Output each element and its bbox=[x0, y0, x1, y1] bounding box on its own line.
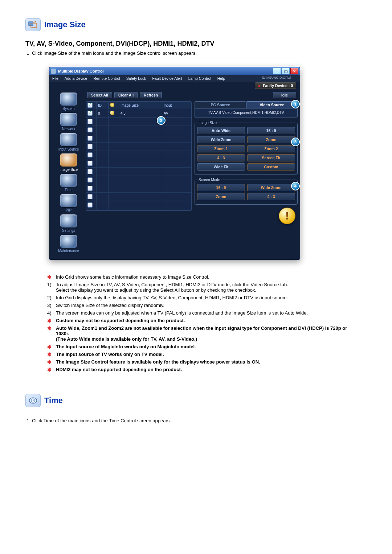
toolbar: Select All Clear All Refresh Idle bbox=[86, 90, 298, 101]
row-checkbox[interactable] bbox=[87, 144, 93, 149]
menu-help[interactable]: Help bbox=[217, 76, 225, 81]
note-text: Switch Image Size of the selected displa… bbox=[56, 303, 164, 308]
table-row[interactable] bbox=[86, 184, 191, 193]
row-checkbox[interactable] bbox=[87, 202, 93, 208]
step-1: Click Image Size of the main icons and t… bbox=[32, 50, 367, 56]
btn-sm-4-3[interactable]: 4 : 3 bbox=[247, 193, 295, 200]
table-row[interactable] bbox=[86, 151, 191, 159]
note-text: The Input source of MagicInfo works only… bbox=[56, 344, 196, 349]
menu-fault-device-alert[interactable]: Fault Device Alert bbox=[152, 76, 182, 81]
menu-add-device[interactable]: Add a Device bbox=[65, 76, 87, 81]
cell-input: AV bbox=[162, 109, 191, 118]
menu-safety-lock[interactable]: Safety Lock bbox=[126, 76, 146, 81]
btn-sm-16-9[interactable]: 16 : 9 bbox=[197, 184, 245, 191]
btn-zoom1[interactable]: Zoom 1 bbox=[197, 145, 245, 152]
row-checkbox[interactable] bbox=[87, 111, 93, 116]
video-mode-list: TV,AV,S-Video,Component,HDMI1 HDMI2,DTV bbox=[195, 108, 298, 118]
note-text: The Image Size Control feature is availa… bbox=[56, 359, 260, 365]
pip-icon bbox=[60, 194, 77, 207]
rect-expand-icon bbox=[28, 21, 38, 29]
sidebar-item-label: Image Size bbox=[60, 168, 78, 172]
btn-4-3[interactable]: 4 : 3 bbox=[197, 154, 245, 161]
callout-1: 1 bbox=[291, 100, 300, 108]
btn-sm-wide-zoom[interactable]: Wide Zoom bbox=[247, 184, 295, 191]
note-star-bold: HDMI2 may not be supported depending on … bbox=[47, 367, 356, 372]
maximize-button[interactable]: ▢ bbox=[282, 68, 290, 74]
maintenance-icon bbox=[60, 235, 77, 248]
sidebar-item-pip[interactable]: PIP bbox=[52, 194, 86, 212]
note-4: 4)The screen modes can only be adjusted … bbox=[47, 310, 356, 316]
table-row[interactable] bbox=[86, 159, 191, 168]
table-row[interactable] bbox=[86, 193, 191, 201]
table-row[interactable] bbox=[86, 134, 191, 143]
image-size-sidebar-icon bbox=[60, 153, 77, 167]
warning-icon: ! bbox=[279, 208, 295, 224]
note-star-bold: The Image Size Control feature is availa… bbox=[47, 359, 356, 365]
table-row[interactable]: 0 4:3 AV bbox=[86, 109, 191, 118]
step-1-text: Click Image Size of the main icons and t… bbox=[32, 50, 197, 56]
btn-sm-zoom[interactable]: Zoom bbox=[197, 193, 245, 200]
row-checkbox[interactable] bbox=[87, 119, 93, 124]
menu-file[interactable]: File bbox=[52, 76, 58, 81]
brand-label: SAMSUNG DIGITall bbox=[262, 76, 291, 79]
callout-2: 2 bbox=[157, 116, 166, 125]
row-checkbox[interactable] bbox=[87, 152, 93, 157]
faulty-row: ● Faulty Device : 0 bbox=[49, 82, 300, 90]
section-title: Image Size bbox=[44, 20, 86, 29]
sidebar-item-network[interactable]: Network bbox=[52, 113, 86, 131]
image-size-legend: Image Size bbox=[197, 121, 218, 125]
row-checkbox[interactable] bbox=[87, 136, 93, 141]
callout-4: 4 bbox=[291, 182, 300, 190]
notes: Info Grid shows some basic information n… bbox=[47, 274, 356, 372]
row-checkbox[interactable] bbox=[87, 177, 93, 182]
minimize-button[interactable]: _ bbox=[273, 68, 281, 74]
sidebar-item-input-source[interactable]: Input Source bbox=[52, 133, 86, 151]
note-text: Info Grid displays only the display havi… bbox=[56, 295, 288, 300]
screen-mode-group: Screen Mode 16 : 9Wide Zoom Zoom4 : 3 bbox=[195, 178, 298, 205]
tab-pc-source[interactable]: PC Source bbox=[195, 101, 246, 108]
table-row[interactable] bbox=[86, 143, 191, 151]
btn-zoom[interactable]: Zoom bbox=[247, 136, 295, 143]
btn-wide-zoom[interactable]: Wide Zoom bbox=[197, 136, 245, 143]
input-source-icon bbox=[60, 133, 77, 146]
btn-zoom2[interactable]: Zoom 2 bbox=[247, 145, 295, 152]
row-checkbox[interactable] bbox=[87, 169, 93, 174]
table-row[interactable] bbox=[86, 201, 191, 209]
refresh-button[interactable]: Refresh bbox=[140, 92, 162, 98]
sidebar-item-system[interactable]: System bbox=[52, 93, 86, 111]
sidebar-item-time[interactable]: Time bbox=[52, 174, 86, 192]
table-row[interactable] bbox=[86, 126, 191, 134]
btn-wide-fit[interactable]: Wide Fit bbox=[197, 163, 245, 171]
menu-lamp-control[interactable]: Lamp Control bbox=[188, 76, 211, 81]
table-row[interactable] bbox=[86, 168, 191, 176]
btn-custom[interactable]: Custom bbox=[247, 163, 295, 171]
btn-auto-wide[interactable]: Auto Wide bbox=[197, 127, 245, 134]
sidebar-item-maintenance[interactable]: Maintenance bbox=[52, 235, 86, 253]
control-panel: PC Source Video Source TV,AV,S-Video,Com… bbox=[195, 101, 298, 225]
table-row[interactable] bbox=[86, 118, 191, 126]
table-row[interactable] bbox=[86, 176, 191, 184]
sidebar-item-label: System bbox=[62, 107, 74, 111]
tab-video-source[interactable]: Video Source bbox=[246, 101, 298, 108]
close-button[interactable]: ✕ bbox=[290, 68, 298, 74]
sidebar-item-image-size[interactable]: Image Size bbox=[52, 153, 86, 172]
window-icon bbox=[51, 69, 56, 74]
menu-remote-control[interactable]: Remote Control bbox=[93, 76, 120, 81]
clock-icon bbox=[28, 397, 38, 405]
row-checkbox[interactable] bbox=[87, 186, 93, 191]
cell-id: 0 bbox=[97, 109, 109, 118]
btn-16-9[interactable]: 16 : 9 bbox=[247, 127, 295, 134]
row-checkbox[interactable] bbox=[87, 161, 93, 166]
faulty-device-label: Faulty Device : 0 bbox=[263, 83, 293, 88]
clear-all-button[interactable]: Clear All bbox=[114, 92, 138, 98]
header-checkbox[interactable] bbox=[87, 103, 93, 108]
btn-screen-fit[interactable]: Screen Fit bbox=[247, 154, 295, 161]
row-checkbox[interactable] bbox=[87, 127, 93, 132]
image-size-group: Image Size Auto Wide16 : 9 Wide ZoomZoom… bbox=[195, 121, 298, 175]
section-title: Time bbox=[44, 396, 63, 405]
select-all-button[interactable]: Select All bbox=[87, 92, 112, 98]
note-text: The Input source of TV works only on TV … bbox=[56, 352, 164, 357]
step-1-time: Click Time of the main icons and the Tim… bbox=[32, 418, 367, 423]
row-checkbox[interactable] bbox=[87, 194, 93, 199]
sidebar-item-settings[interactable]: Settings bbox=[52, 214, 86, 233]
